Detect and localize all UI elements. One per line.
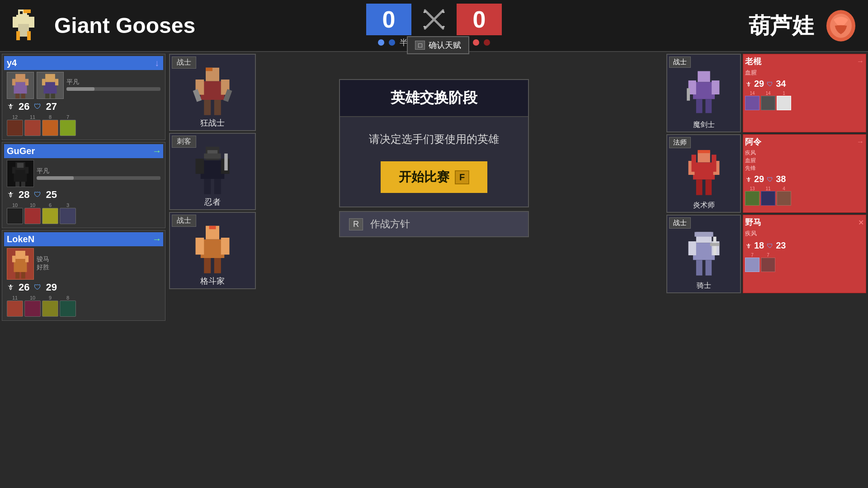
svg-rect-40 [15,272,19,279]
svg-rect-64 [204,258,211,273]
svg-rect-8 [20,11,23,14]
svg-rect-81 [691,155,696,172]
strategy-button[interactable]: R 作战方针 [339,211,529,237]
dot1 [378,39,384,46]
right-hero-name-3: 骑士 [697,281,711,291]
hero-card-assassin: 刺客 忍者 [169,133,256,210]
modal-box: 英雄交换阶段 请决定选手们要使用的英雄 开始比赛 F [339,79,529,207]
sword-icon-y4: 🗡 [7,103,14,111]
svg-rect-18 [14,82,27,94]
svg-rect-50 [206,68,212,71]
confirm-talent-key-box: □ [415,41,425,50]
shell-icon [823,8,859,44]
player-stats-y4: 🗡 26 🛡 27 [7,101,160,113]
right-sword-lagun: 29 [754,79,764,89]
svg-rect-48 [204,100,211,115]
svg-rect-39 [25,256,28,263]
right-shield-lagun: 34 [776,79,786,89]
svg-rect-82 [712,155,716,172]
right-player-header-yema: 野马 ✕ [745,217,864,228]
svg-rect-37 [14,259,27,272]
player-arrow-loken: → [151,233,163,246]
svg-rect-5 [27,31,31,40]
center-heroes: 战士 狂战士 刺客 [167,52,258,488]
score-right: 0 [457,4,502,35]
svg-rect-35 [17,163,24,168]
team-left: Giant Gooses [0,8,328,44]
right-player-stat-lagun: 血腥 [745,69,864,77]
right-heroes-yema: 7 7 [745,253,864,272]
right-hero-sprite-3 [684,230,724,280]
svg-rect-85 [688,241,696,255]
right-player-stat-aling-3: 先锋 [745,164,864,172]
start-btn-key: F [455,170,469,184]
svg-rect-78 [696,179,702,195]
right-hero-name-2: 炎术师 [693,201,715,210]
svg-rect-90 [705,260,712,275]
svg-rect-31 [12,167,15,174]
svg-rect-74 [698,151,710,162]
team-name-left: Giant Gooses [54,13,195,38]
svg-rect-52 [201,160,225,179]
svg-rect-25 [42,79,45,86]
sword-val-loken: 26 [19,282,29,293]
player-heroes-y4: 12 11 8 7 [7,114,160,136]
right-player-name-aling: 阿令 [745,136,857,147]
shield-val-y4: 27 [46,101,57,113]
player-card-guger: GuGer → 平凡 [2,142,165,228]
right-sword-aling: 29 [754,174,764,184]
svg-rect-33 [15,182,19,187]
start-match-button[interactable]: 开始比赛 F [381,161,487,193]
player-name-y4: y4 [4,56,151,70]
svg-rect-26 [55,79,58,86]
svg-rect-43 [201,81,225,100]
score-row: 0 0 [366,4,502,35]
right-hero-class-3: 战士 [669,217,691,229]
right-heroes-aling: 13 11 4 [745,186,864,206]
right-heroes-lagun: 14 14 1 [745,91,864,110]
hero-name-assassin: 忍者 [204,197,221,207]
player-header-guger: GuGer → [4,144,163,158]
shield-val-loken: 29 [46,282,57,293]
right-player-header-aling: 阿令 → [745,136,864,147]
player-arrow-guger: → [151,145,163,158]
right-hero-card-2: 法师 炎术师 [666,134,741,213]
svg-rect-20 [25,79,28,86]
shield-icon-guger: 🛡 [34,191,41,199]
right-sword-yema: 18 [754,240,764,251]
hero-sprite-assassin [190,150,235,195]
svg-rect-22 [21,94,25,99]
right-player-card-lagun: 老棍 → 血腥 🗡 29 🛡 34 14 14 [743,54,866,132]
main-content: y4 ↓ [0,52,868,488]
confirm-talent-button[interactable]: □ 确认天赋 [407,36,469,54]
right-section-yema: 战士 骑士 野马 ✕ [666,215,866,293]
right-hero-sprite-1 [684,70,724,119]
svg-rect-65 [214,258,221,273]
svg-rect-32 [25,167,28,174]
right-player-arrow-aling: → [857,138,864,146]
right-hero-name-1: 魔剑士 [693,120,715,130]
svg-rect-68 [693,82,714,99]
right-player-nums-aling: 🗡 29 🛡 38 [745,174,864,184]
player-card-y4: y4 ↓ [2,54,165,140]
svg-rect-73 [705,99,712,113]
svg-rect-59 [208,150,218,154]
svg-rect-27 [45,94,49,99]
svg-rect-24 [44,82,57,94]
sword-icon-guger: 🗡 [7,191,14,199]
svg-rect-23 [45,74,55,82]
svg-rect-80 [698,150,710,153]
modal-description: 请决定选手们要使用的英雄 [349,131,519,148]
crossed-swords-icon [420,6,448,33]
right-hero-sprite-2 [684,150,724,200]
svg-rect-36 [15,251,25,259]
right-player-stat-aling-2: 血腥 [745,157,864,164]
hero-sprite-warrior2 [190,229,235,274]
right-player-arrow-lagun: → [857,57,864,66]
team-name-right: 葫芦娃 [749,11,814,40]
svg-rect-19 [12,79,15,86]
right-shield-yema: 23 [776,240,786,251]
confirm-talent-label: 确认天赋 [429,40,461,51]
dot2 [389,39,395,46]
right-player-name-lagun: 老棍 [745,56,857,67]
